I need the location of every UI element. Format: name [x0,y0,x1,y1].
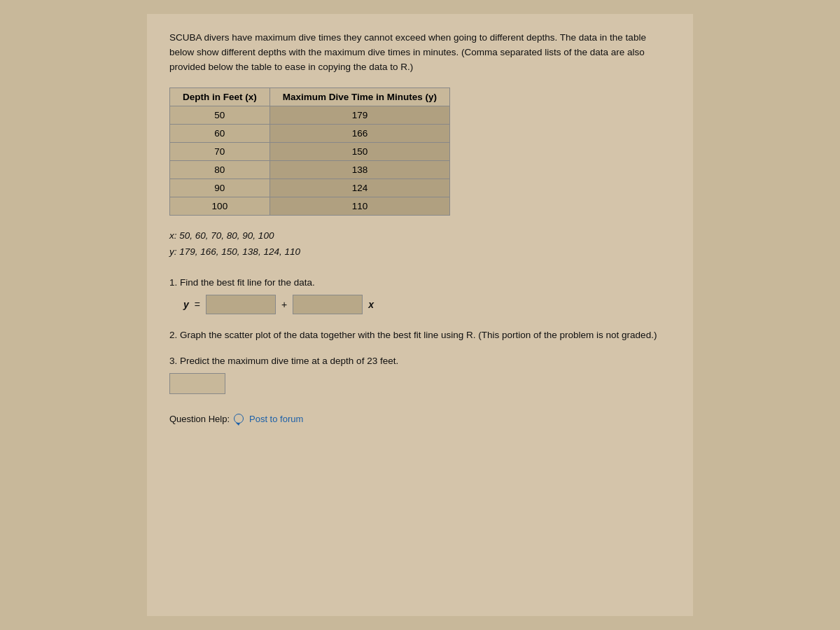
table-row: 80 [170,160,270,178]
table-row: 110 [270,197,449,215]
predict-input[interactable] [169,373,225,394]
equation-y-symbol: y [183,299,189,310]
comma-lists: x: 50, 60, 70, 80, 90, 100 y: 179, 166, … [169,228,671,260]
table-row: 179 [270,106,449,124]
y-list: y: 179, 166, 150, 138, 124, 110 [169,244,671,260]
equation-x-symbol: x [368,299,374,310]
table-row: 150 [270,142,449,160]
y-list-label: y: [169,246,177,257]
equation-row: y = + x [183,295,671,314]
question2-label: 2. Graph the scatter plot of the data to… [169,330,671,340]
table-row: 124 [270,178,449,197]
table-row: 70 [170,142,270,160]
table-row: 100 [170,197,270,215]
question3-label: 3. Predict the maximum dive time at a de… [169,356,671,366]
post-to-forum-link[interactable]: Post to forum [249,414,303,424]
question1: 1. Find the best fit line for the data. … [169,277,671,314]
table-row: 90 [170,178,270,197]
table-row: 60 [170,124,270,142]
question-help: Question Help: Post to forum [169,414,671,424]
equation-equals-symbol: = [195,299,200,310]
description-text: SCUBA divers have maximum dive times the… [169,31,671,75]
col2-header: Maximum Dive Time in Minutes (y) [270,88,449,106]
equation-input1[interactable] [206,295,276,314]
col1-header: Depth in Feet (x) [170,88,270,106]
question3: 3. Predict the maximum dive time at a de… [169,356,671,394]
table-row: 138 [270,160,449,178]
question-help-label: Question Help: [169,414,230,424]
table-row: 166 [270,124,449,142]
page-container: SCUBA divers have maximum dive times the… [147,14,693,616]
x-list-label: x: [169,230,177,241]
y-list-values: 179, 166, 150, 138, 124, 110 [179,246,300,257]
x-list: x: 50, 60, 70, 80, 90, 100 [169,228,671,244]
forum-icon [234,414,244,424]
question1-label: 1. Find the best fit line for the data. [169,277,671,288]
x-list-values: 50, 60, 70, 80, 90, 100 [179,230,274,241]
question2: 2. Graph the scatter plot of the data to… [169,330,671,340]
equation-plus-symbol: + [281,299,287,310]
data-table: Depth in Feet (x) Maximum Dive Time in M… [169,88,450,216]
equation-input2[interactable] [293,295,363,314]
table-row: 50 [170,106,270,124]
